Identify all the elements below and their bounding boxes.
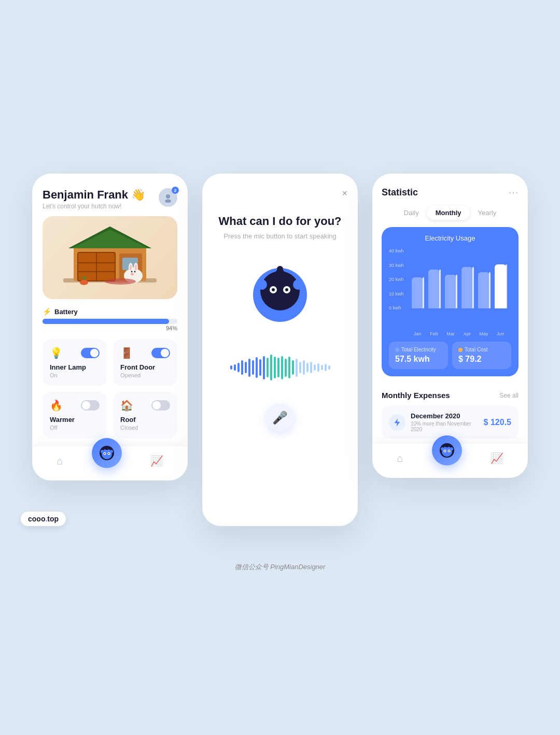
battery-label: Battery	[54, 308, 78, 316]
home-nav-icon[interactable]: ⌂	[57, 455, 63, 467]
see-all-button[interactable]: See all	[499, 392, 519, 399]
bar-2	[445, 275, 456, 308]
svg-point-54	[450, 447, 453, 450]
tab-monthly[interactable]: Monthly	[427, 206, 470, 220]
svg-point-44	[293, 279, 303, 290]
electricity-label: Total Electricity	[395, 347, 442, 352]
wave-bar-1	[234, 364, 236, 371]
svg-point-53	[441, 447, 444, 450]
cost-value: $ 79.2	[458, 355, 505, 364]
bar-group-2	[445, 275, 456, 308]
hutch-svg	[58, 221, 162, 294]
battery-bar-bg	[43, 319, 177, 324]
wave-bar-26	[325, 364, 327, 371]
bar-5	[495, 264, 506, 308]
stats-nav-icon[interactable]: 📈	[150, 455, 163, 467]
x-label-0: Jan	[412, 331, 423, 336]
bar-group-5	[495, 264, 506, 308]
s3-bot-button[interactable]	[432, 435, 462, 465]
expense-sub: 10% more than November 2020	[411, 421, 479, 432]
screens-row: Benjamin Frank 👋 Let's control your hutc…	[32, 174, 528, 526]
bar-group-1	[428, 270, 440, 308]
screen-home: Benjamin Frank 👋 Let's control your hutc…	[32, 174, 188, 480]
wave-bar-2	[237, 363, 240, 372]
wave-bar-21	[306, 363, 309, 372]
bar-group-0	[412, 277, 423, 308]
controls-grid: 💡 Inner Lamp On 🚪 Front Door Opened 🔥	[43, 340, 177, 438]
wave-bar-22	[310, 362, 312, 373]
svg-point-41	[272, 288, 275, 291]
expenses-title: Monthly Expenses	[382, 391, 450, 400]
wave-bar-27	[328, 365, 330, 370]
expense-info: December 2020 10% more than November 202…	[411, 412, 479, 432]
svg-point-34	[110, 450, 113, 453]
greeting-sub: Let's control your hutch now!	[43, 203, 145, 210]
door-toggle[interactable]	[151, 348, 170, 358]
wave-bar-13	[277, 358, 279, 377]
wave-bar-5	[248, 359, 250, 377]
svg-point-38	[260, 271, 300, 310]
lamp-toggle[interactable]	[81, 348, 100, 358]
cost-dot	[458, 348, 463, 352]
wave-bar-18	[296, 359, 298, 377]
svg-point-51	[444, 450, 445, 451]
warmer-status: Off	[50, 425, 100, 431]
svg-point-0	[166, 194, 170, 199]
expense-amount: $ 120.5	[484, 418, 511, 427]
bar-3	[461, 267, 473, 308]
wave-bar-11	[270, 355, 272, 380]
x-label-2: Mar	[445, 331, 456, 336]
wave-bar-12	[274, 357, 276, 378]
x-label-5: Jun	[495, 331, 506, 336]
assistant-title: What can I do for you?	[218, 215, 341, 228]
roof-icon: 🏠	[120, 399, 133, 412]
bot-icon	[98, 444, 116, 462]
svg-point-36	[106, 447, 108, 449]
roof-toggle[interactable]	[151, 400, 170, 411]
tab-yearly[interactable]: Yearly	[470, 206, 505, 220]
close-button[interactable]: ×	[342, 188, 347, 199]
lamp-name: Inner Lamp	[50, 363, 100, 371]
wave-bar-17	[292, 360, 294, 375]
svg-point-56	[446, 444, 448, 446]
warmer-toggle[interactable]	[81, 400, 100, 411]
lamp-icon: 💡	[50, 347, 63, 359]
svg-point-43	[257, 279, 267, 290]
svg-point-24	[131, 271, 133, 273]
bar-0	[412, 277, 423, 308]
x-label-4: May	[478, 331, 489, 336]
chart-title: Electricity Usage	[389, 234, 511, 242]
avatar[interactable]: 2	[159, 188, 177, 207]
wave-bar-16	[288, 357, 290, 378]
control-roof: 🏠 Roof Closed	[113, 392, 177, 438]
svg-point-26	[105, 278, 136, 285]
bar-group-3	[461, 267, 473, 308]
s1-header: Benjamin Frank 👋 Let's control your hutc…	[43, 188, 177, 210]
more-options-icon[interactable]: ⋯	[508, 186, 519, 199]
svg-marker-4	[68, 227, 151, 248]
s3-home-icon[interactable]: ⌂	[397, 453, 403, 464]
control-inner-lamp: 💡 Inner Lamp On	[43, 340, 107, 386]
wave-bar-9	[263, 356, 265, 379]
screen-statistic: Statistic ⋯ Daily Monthly Yearly Electri…	[372, 174, 528, 478]
lamp-status: On	[50, 372, 100, 378]
electricity-dot	[395, 348, 399, 352]
control-warmer: 🔥 Warmer Off	[43, 392, 107, 438]
tab-daily[interactable]: Daily	[396, 206, 427, 220]
svg-point-33	[101, 450, 104, 453]
bot-nav-button[interactable]	[92, 438, 122, 468]
notification-badge: 2	[172, 187, 179, 194]
roof-status: Closed	[120, 425, 170, 431]
chart-area: Electricity Usage 40 kwh 30 kwh 20 kwh 1…	[382, 227, 519, 376]
battery-percent: 94%	[43, 325, 177, 331]
wave-bar-23	[314, 364, 316, 371]
s1-bottom-nav: ⌂ 📈	[32, 446, 188, 480]
s3-stats-icon[interactable]: 📈	[491, 452, 503, 464]
svg-point-31	[104, 453, 105, 454]
svg-point-13	[80, 280, 88, 285]
wave-bar-0	[230, 365, 232, 370]
mic-button[interactable]: 🎤	[266, 404, 294, 432]
bar-4	[478, 272, 489, 308]
s3-bot-icon	[438, 442, 456, 459]
svg-point-22	[135, 264, 137, 271]
